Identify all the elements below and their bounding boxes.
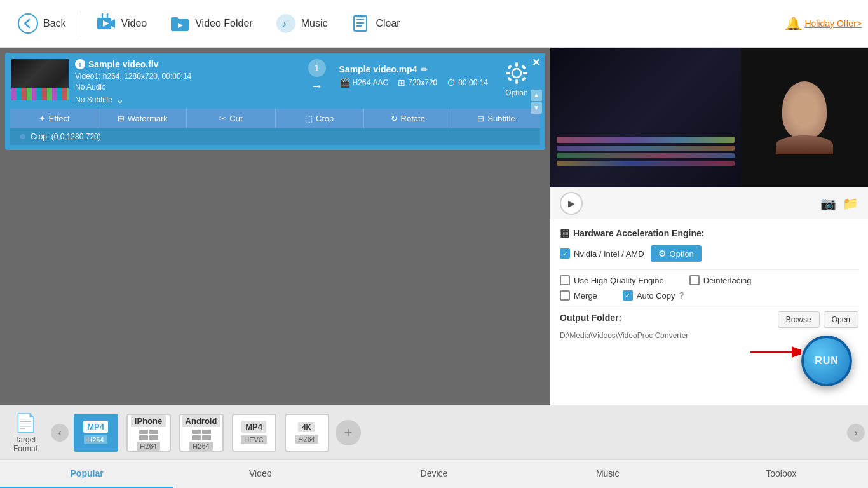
merge-row: Merge ✓ Auto Copy ? bbox=[560, 290, 858, 301]
target-format-label: 📄 Target Format bbox=[3, 412, 48, 453]
format-card-iphone: iPhone H264 bbox=[126, 414, 171, 452]
holiday-offer[interactable]: 🔔 Holiday Offer> bbox=[785, 16, 862, 31]
video-button[interactable]: Video bbox=[85, 0, 159, 48]
run-button-container: RUN bbox=[801, 336, 852, 386]
watermark-icon: ⊞ bbox=[118, 114, 125, 123]
merge-checkbox-box bbox=[560, 290, 570, 301]
svg-rect-17 bbox=[506, 72, 510, 74]
svg-rect-19 bbox=[507, 65, 512, 70]
effect-icon: ✦ bbox=[39, 114, 46, 123]
format-next-button[interactable]: › bbox=[847, 424, 865, 442]
folder-open-icon[interactable]: 📁 bbox=[843, 196, 858, 211]
target-format-icon: 📄 bbox=[15, 412, 37, 433]
drop-zone bbox=[0, 155, 550, 405]
nvidia-checkbox[interactable]: ✓ Nvidia / Intel / AMD bbox=[560, 248, 644, 259]
tab-device[interactable]: Device bbox=[347, 460, 520, 488]
watermark-tab[interactable]: ⊞ Watermark bbox=[98, 109, 187, 128]
subtitle-expand[interactable]: ⌄ bbox=[116, 93, 124, 105]
format-item-4k[interactable]: 4K H264 bbox=[283, 414, 330, 452]
tab-video[interactable]: Video bbox=[173, 460, 347, 488]
codec-gear-button[interactable] bbox=[503, 59, 531, 87]
help-icon[interactable]: ? bbox=[679, 290, 684, 301]
scroll-buttons: ▲ ▼ bbox=[531, 53, 545, 150]
svg-rect-13 bbox=[355, 15, 365, 18]
grid-cell bbox=[139, 430, 148, 435]
back-label: Back bbox=[43, 18, 66, 29]
format-item-mp4-h264[interactable]: MP4 H264 bbox=[72, 414, 119, 452]
num-badge: 1 bbox=[308, 59, 326, 77]
source-info: i Sample video.flv Video1: h264, 1280x72… bbox=[75, 59, 295, 105]
output-format-row: 🎬 H264,AAC ⊞ 720x720 ⏱ 00:00:14 bbox=[339, 78, 488, 88]
edit-icon[interactable]: ✏ bbox=[421, 65, 428, 74]
open-button[interactable]: Open bbox=[824, 311, 858, 328]
play-button[interactable]: ▶ bbox=[560, 192, 583, 215]
clear-label: Clear bbox=[376, 18, 400, 29]
preview-face bbox=[782, 81, 827, 139]
source-filename: i Sample video.flv bbox=[75, 59, 295, 69]
format-card-4k: 4K H264 bbox=[285, 414, 329, 452]
format-sub-4k: H264 bbox=[295, 435, 318, 444]
format-item-android[interactable]: Android H264 bbox=[177, 414, 225, 452]
hw-title: ▦ Hardware Acceleration Engine: bbox=[560, 227, 858, 239]
scroll-up-button[interactable]: ▲ bbox=[531, 90, 542, 101]
music-button[interactable]: ♪ Music bbox=[264, 0, 339, 48]
divider-2 bbox=[560, 306, 858, 306]
clear-button[interactable]: Clear bbox=[339, 0, 411, 48]
preview-shoulder bbox=[776, 135, 833, 154]
video-folder-icon bbox=[170, 13, 190, 34]
deinterlacing-checkbox[interactable]: Deinterlacing bbox=[689, 275, 752, 285]
music-label: Music bbox=[301, 18, 328, 29]
cut-tab[interactable]: ✂ Cut bbox=[187, 109, 275, 128]
preview-right-area bbox=[741, 48, 868, 187]
video-card: ✕ i Sample video.flv Video1: h264, 1280x… bbox=[5, 53, 545, 150]
svg-marker-2 bbox=[111, 19, 115, 28]
grid-cell bbox=[139, 435, 148, 440]
output-info: Sample video.mp4 ✏ 🎬 H264,AAC ⊞ 720x720 bbox=[339, 59, 488, 88]
holiday-offer-label: Holiday Offer> bbox=[804, 18, 862, 29]
back-button[interactable]: Back bbox=[6, 0, 78, 48]
tab-popular[interactable]: Popular bbox=[0, 460, 173, 488]
rotate-tab[interactable]: ↻ Rotate bbox=[364, 109, 452, 128]
format-add-button[interactable]: + bbox=[336, 420, 361, 445]
main-content: ✕ i Sample video.flv Video1: h264, 1280x… bbox=[0, 48, 868, 405]
arrow-between: 1 → bbox=[301, 59, 333, 93]
run-button[interactable]: RUN bbox=[801, 336, 852, 386]
right-arrow-icon: → bbox=[311, 79, 323, 93]
left-panel: ✕ i Sample video.flv Video1: h264, 1280x… bbox=[0, 48, 550, 405]
video-folder-button[interactable]: Video Folder bbox=[158, 0, 264, 48]
tab-toolbox[interactable]: Toolbox bbox=[695, 460, 868, 488]
auto-copy-checkbox[interactable]: ✓ Auto Copy bbox=[623, 290, 675, 301]
svg-rect-18 bbox=[523, 72, 527, 74]
grid-cell bbox=[202, 430, 211, 435]
option-button[interactable]: ⚙ Option bbox=[651, 245, 702, 262]
camera-icon[interactable]: 📷 bbox=[820, 196, 836, 211]
toolbar: Back Video Video Folder ♪ Music Clear 🔔 … bbox=[0, 0, 868, 48]
format-sub-iphone: H264 bbox=[137, 442, 159, 451]
scroll-down-button[interactable]: ▼ bbox=[531, 102, 542, 114]
quality-checkbox[interactable]: Use High Quality Engine bbox=[560, 275, 664, 285]
format-item-iphone[interactable]: iPhone H264 bbox=[125, 414, 172, 452]
info-icon: i bbox=[75, 59, 85, 69]
hw-section: ▦ Hardware Acceleration Engine: ✓ Nvidia… bbox=[560, 227, 858, 262]
svg-rect-15 bbox=[515, 62, 518, 67]
format-badge-android: Android bbox=[182, 415, 221, 427]
format-card-android: Android H264 bbox=[179, 414, 224, 452]
format-badge-4k: 4K bbox=[298, 422, 315, 432]
video-label: Video bbox=[121, 18, 147, 29]
subtitle-tab[interactable]: ⊟ Subtitle bbox=[452, 109, 540, 128]
format-sub-hevc: HEVC bbox=[241, 435, 267, 444]
android-grid bbox=[192, 430, 211, 440]
option-gear-icon: ⚙ bbox=[658, 248, 667, 259]
tab-music[interactable]: Music bbox=[521, 460, 695, 488]
svg-rect-22 bbox=[521, 77, 526, 82]
run-arrow bbox=[750, 342, 801, 364]
codec-item: 🎬 H264,AAC bbox=[339, 78, 389, 88]
format-item-mp4-hevc[interactable]: MP4 HEVC bbox=[230, 414, 278, 452]
crop-tab[interactable]: ⬚ Crop bbox=[276, 109, 364, 128]
video-thumbnail bbox=[11, 59, 69, 100]
browse-button[interactable]: Browse bbox=[778, 311, 820, 328]
merge-checkbox[interactable]: Merge bbox=[560, 290, 597, 301]
format-prev-button[interactable]: ‹ bbox=[51, 424, 69, 442]
music-icon: ♪ bbox=[276, 13, 296, 34]
effect-tab[interactable]: ✦ Effect bbox=[10, 109, 98, 128]
